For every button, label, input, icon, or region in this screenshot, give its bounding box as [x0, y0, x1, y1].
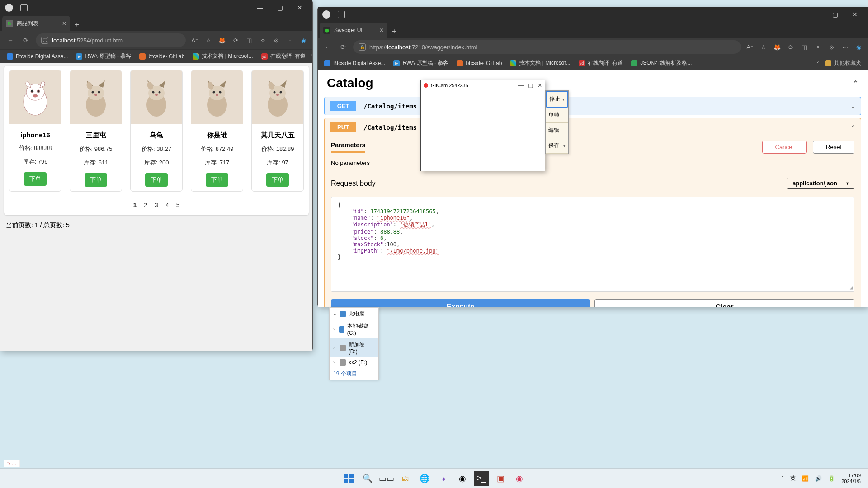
- tab-parameters[interactable]: Parameters: [331, 141, 365, 153]
- page-link[interactable]: 2: [144, 202, 147, 209]
- gifcam-frame-button[interactable]: 单帧: [546, 108, 568, 123]
- extension-icon[interactable]: A⁺: [745, 42, 755, 52]
- reload-button[interactable]: ⟳: [20, 35, 31, 46]
- bookmark-item[interactable]: ▶RWA-原型稿 - 摹客: [73, 52, 134, 61]
- chevron-down-icon[interactable]: ▾: [563, 144, 566, 148]
- explorer-icon[interactable]: 🗂: [398, 471, 413, 486]
- order-button[interactable]: 下单: [145, 173, 168, 187]
- address-bar[interactable]: ⓘ localhost:5254/product.html: [36, 33, 186, 47]
- tree-node-drive[interactable]: ›本地磁盘 (C:): [330, 320, 378, 338]
- minimize-button[interactable]: —: [518, 82, 524, 89]
- site-info-icon[interactable]: ⓘ: [41, 37, 48, 44]
- bookmark-overflow-icon[interactable]: ›: [311, 52, 312, 61]
- maximize-button[interactable]: ▢: [270, 0, 290, 15]
- new-tab-button[interactable]: ＋: [70, 18, 84, 31]
- catalog-header[interactable]: Catalog ⌃: [324, 72, 861, 94]
- minimize-button[interactable]: —: [250, 0, 270, 15]
- minimize-button[interactable]: —: [805, 7, 825, 22]
- cancel-button[interactable]: Cancel: [762, 141, 807, 154]
- battery-icon[interactable]: 🔋: [828, 475, 835, 482]
- close-button[interactable]: ✕: [290, 0, 310, 15]
- page-link[interactable]: 3: [155, 202, 158, 209]
- order-button[interactable]: 下单: [85, 173, 107, 187]
- close-tab-icon[interactable]: ✕: [379, 27, 384, 33]
- wifi-icon[interactable]: 📶: [802, 475, 809, 482]
- clock[interactable]: 17:09 2024/1/5: [841, 473, 861, 484]
- content-type-select[interactable]: application/json ▾: [787, 178, 854, 189]
- bookmark-item[interactable]: Btcside Digital Asse...: [4, 52, 71, 61]
- gifcam-titlebar[interactable]: GifCam 294x235 — ▢ ✕: [421, 80, 545, 90]
- order-button[interactable]: 下单: [266, 173, 289, 187]
- page-link[interactable]: 1: [133, 202, 137, 209]
- bookmark-item[interactable]: yd在线翻译_有道: [576, 58, 626, 68]
- chrome-icon[interactable]: ◉: [455, 471, 470, 486]
- bookmark-item[interactable]: 技术文档 | Microsof...: [507, 58, 573, 68]
- copilot-icon[interactable]: ◉: [299, 36, 308, 45]
- taskview-icon[interactable]: ▭▭: [379, 471, 394, 486]
- split-screen-icon[interactable]: ◫: [800, 42, 809, 52]
- maximize-button[interactable]: ▢: [528, 82, 533, 89]
- terminal-icon[interactable]: >_: [474, 471, 489, 486]
- workspaces-icon[interactable]: [338, 11, 345, 18]
- order-button[interactable]: 下单: [24, 172, 47, 186]
- address-bar[interactable]: 🔒 https://localhost:7210/swagger/index.h…: [353, 40, 741, 54]
- start-button[interactable]: [341, 471, 356, 486]
- back-button[interactable]: ←: [5, 35, 16, 46]
- tab-products[interactable]: 🗎 商品列表 ✕: [2, 16, 70, 31]
- close-tab-icon[interactable]: ✕: [62, 20, 66, 27]
- bookmark-item[interactable]: ▶RWA-原型稿 - 摹客: [391, 58, 451, 68]
- collections-icon[interactable]: ✧: [813, 42, 822, 52]
- favorite-icon[interactable]: ☆: [204, 36, 213, 45]
- reload-button[interactable]: ⟳: [338, 42, 349, 52]
- split-screen-icon[interactable]: ◫: [245, 36, 254, 45]
- gifcam-window[interactable]: GifCam 294x235 — ▢ ✕ 停止▾ 单帧 编辑 保存▾: [420, 80, 545, 171]
- window-titlebar[interactable]: — ▢ ✕: [318, 7, 868, 22]
- bookmark-overflow-icon[interactable]: ›: [817, 58, 819, 68]
- extension-icon[interactable]: 🦊: [217, 36, 226, 45]
- copilot-icon[interactable]: ◉: [854, 42, 863, 52]
- collections-icon[interactable]: ✧: [258, 36, 267, 45]
- page-link[interactable]: 5: [176, 202, 180, 209]
- extension-icon[interactable]: 🦊: [773, 42, 782, 52]
- close-button[interactable]: ✕: [845, 7, 865, 22]
- execute-button[interactable]: Execute: [331, 299, 590, 307]
- volume-icon[interactable]: 🔊: [815, 475, 822, 482]
- vs-icon[interactable]: ⬥: [436, 471, 451, 486]
- clear-button[interactable]: Clear: [594, 299, 854, 307]
- extension-icon[interactable]: ⊗: [827, 42, 836, 52]
- new-tab-button[interactable]: ＋: [387, 24, 401, 38]
- request-body-editor[interactable]: { "id": 17431947217236418565, "name": "i…: [331, 197, 854, 292]
- chevron-up-icon[interactable]: ⌃: [851, 124, 855, 131]
- tray-overflow-icon[interactable]: ˄: [781, 475, 784, 482]
- back-button[interactable]: ←: [322, 42, 333, 52]
- tree-node-drive[interactable]: ›xx2 (E:): [330, 357, 378, 368]
- favorite-icon[interactable]: ☆: [759, 42, 768, 52]
- bookmark-item[interactable]: Btcside Digital Asse...: [321, 59, 388, 67]
- chevron-down-icon[interactable]: ⌄: [851, 103, 855, 109]
- gifcam-icon[interactable]: ◉: [512, 471, 527, 486]
- bookmark-item[interactable]: 技术文档 | Microsof...: [190, 52, 255, 61]
- page-link[interactable]: 4: [165, 202, 169, 209]
- chevron-up-icon[interactable]: ⌃: [853, 79, 859, 88]
- menu-icon[interactable]: ⋯: [285, 36, 294, 45]
- extension-icon[interactable]: A⁺: [190, 36, 199, 45]
- gifcam-edit-button[interactable]: 编辑: [546, 123, 568, 138]
- bookmark-item[interactable]: JSON在线解析及格...: [628, 58, 694, 68]
- search-icon[interactable]: 🔍: [360, 471, 375, 486]
- bookmark-item[interactable]: yd在线翻译_有道: [259, 52, 309, 61]
- bookmark-item[interactable]: btcside· GitLab: [137, 52, 187, 61]
- close-button[interactable]: ✕: [538, 82, 542, 89]
- gifcam-save-button[interactable]: 保存▾: [546, 138, 568, 154]
- menu-icon[interactable]: ⋯: [840, 42, 849, 52]
- tree-node-drive[interactable]: ›新加卷 (D:): [330, 338, 378, 357]
- endpoint-get-items[interactable]: GET /Catalog/items ⌄: [324, 97, 861, 115]
- bookmark-overflow[interactable]: 其他收藏夹: [822, 58, 864, 68]
- maximize-button[interactable]: ▢: [825, 7, 845, 22]
- workspaces-icon[interactable]: [20, 4, 28, 11]
- chevron-down-icon[interactable]: ▾: [562, 97, 565, 102]
- profile-avatar-icon[interactable]: [322, 10, 330, 19]
- reset-button[interactable]: Reset: [813, 141, 854, 154]
- tree-node-thispc[interactable]: ⌄此电脑: [330, 308, 378, 320]
- edge-icon[interactable]: 🌐: [417, 471, 432, 486]
- order-button[interactable]: 下单: [206, 173, 228, 187]
